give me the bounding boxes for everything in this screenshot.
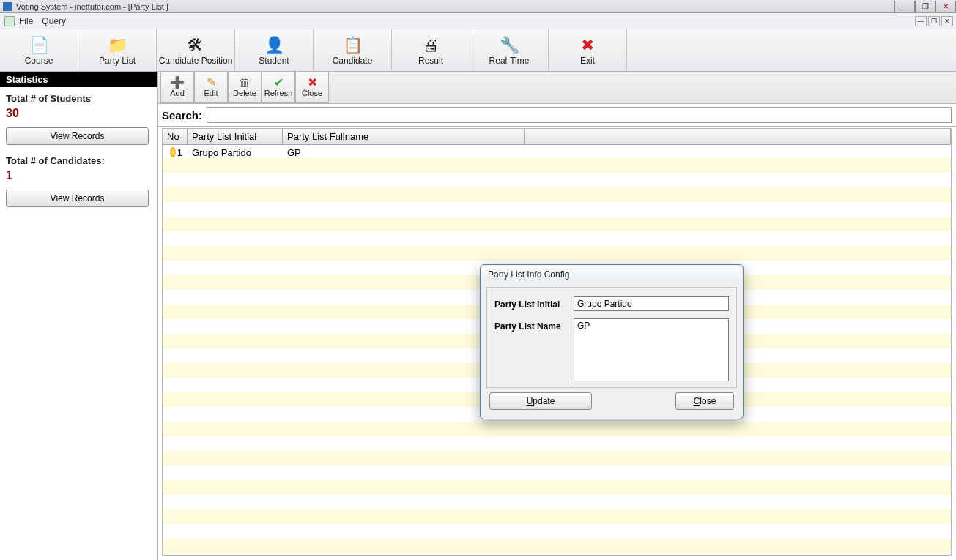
menu-icon xyxy=(4,16,15,26)
initial-label: Party List Initial xyxy=(494,296,568,310)
menubar: File Query — ❐ ✕ xyxy=(0,13,956,29)
sidebar: Statistics Total # of Students 30 View R… xyxy=(0,72,158,560)
add-icon: ➕ xyxy=(170,77,185,89)
candidate-icon: 📋 xyxy=(341,35,364,56)
main-area: ➕ Add ✎ Edit 🗑 Delete ✔ Refresh ✖ Close … xyxy=(158,72,956,560)
toolbar-course-label: Course xyxy=(25,56,53,66)
view-students-button[interactable]: View Records xyxy=(6,127,149,145)
toolbar-course[interactable]: 📄 Course xyxy=(0,29,78,71)
toolbar-candidate-position[interactable]: 🛠 Candidate Position xyxy=(157,29,235,71)
candidate-position-icon: 🛠 xyxy=(184,35,207,56)
real-time-icon: 🔧 xyxy=(497,35,521,56)
sub-toolbar: ➕ Add ✎ Edit 🗑 Delete ✔ Refresh ✖ Close xyxy=(158,72,956,104)
course-icon: 📄 xyxy=(27,35,51,56)
menu-query[interactable]: Query xyxy=(42,16,66,26)
toolbar-exit-label: Exit xyxy=(580,56,595,66)
toolbar-exit[interactable]: ✖ Exit xyxy=(549,29,627,71)
name-label: Party List Name xyxy=(494,318,568,332)
app-icon xyxy=(3,2,12,11)
close-icon: ✖ xyxy=(308,77,317,89)
refresh-button[interactable]: ✔ Refresh xyxy=(262,72,295,103)
table-row[interactable]: 1 Grupo Partido GP xyxy=(163,145,951,160)
col-initial[interactable]: Party List Initial xyxy=(188,129,283,144)
toolbar-candidate[interactable]: 📋 Candidate xyxy=(314,29,392,71)
candidates-value: 1 xyxy=(6,169,151,182)
toolbar-student-label: Student xyxy=(259,56,289,66)
party-list-config-dialog: Party List Info Config Party List Initia… xyxy=(480,264,744,419)
main-toolbar: 📄 Course 📁 Party List 🛠 Candidate Positi… xyxy=(0,29,956,72)
students-value: 30 xyxy=(6,107,151,120)
search-input[interactable] xyxy=(207,107,952,123)
toolbar-real-time-label: Real-Time xyxy=(489,56,530,66)
edit-icon: ✎ xyxy=(207,77,216,89)
minimize-button[interactable]: — xyxy=(894,1,915,12)
titlebar: Voting System - inettutor.com - [Party L… xyxy=(0,0,956,13)
close-window-button[interactable]: ✕ xyxy=(935,1,956,12)
candidates-label: Total # of Candidates: xyxy=(6,155,151,166)
toolbar-real-time[interactable]: 🔧 Real-Time xyxy=(470,29,549,71)
delete-button[interactable]: 🗑 Delete xyxy=(228,72,262,103)
toolbar-candidate-position-label: Candidate Position xyxy=(159,56,233,66)
maximize-button[interactable]: ❐ xyxy=(915,1,935,12)
mdi-restore[interactable]: ❐ xyxy=(928,16,940,26)
students-label: Total # of Students xyxy=(6,93,151,104)
name-textarea[interactable] xyxy=(574,318,729,381)
result-icon: 🖨 xyxy=(419,35,442,56)
menu-file[interactable]: File xyxy=(19,16,33,26)
close-button[interactable]: ✖ Close xyxy=(295,72,329,103)
toolbar-result[interactable]: 🖨 Result xyxy=(392,29,470,71)
mdi-minimize[interactable]: — xyxy=(915,16,927,26)
dialog-close-button[interactable]: Close xyxy=(675,392,734,410)
toolbar-party-list-label: Party List xyxy=(99,56,136,66)
toolbar-student[interactable]: 👤 Student xyxy=(235,29,314,71)
exit-icon: ✖ xyxy=(576,35,599,56)
toolbar-result-label: Result xyxy=(418,56,443,66)
col-fullname[interactable]: Party List Fullname xyxy=(283,129,525,144)
statistics-header: Statistics xyxy=(0,72,157,87)
delete-icon: 🗑 xyxy=(239,77,251,89)
row-indicator-icon xyxy=(170,147,176,157)
toolbar-candidate-label: Candidate xyxy=(333,56,373,66)
toolbar-party-list[interactable]: 📁 Party List xyxy=(78,29,157,71)
search-label: Search: xyxy=(162,109,202,122)
window-title: Voting System - inettutor.com - [Party L… xyxy=(16,2,168,11)
update-button[interactable]: Update xyxy=(489,392,592,410)
view-candidates-button[interactable]: View Records xyxy=(6,190,149,207)
edit-button[interactable]: ✎ Edit xyxy=(194,72,228,103)
mdi-close[interactable]: ✕ xyxy=(941,16,953,26)
initial-input[interactable] xyxy=(574,296,729,311)
col-no[interactable]: No xyxy=(163,129,188,144)
refresh-icon: ✔ xyxy=(274,77,284,89)
dialog-title: Party List Info Config xyxy=(482,266,741,283)
student-icon: 👤 xyxy=(262,35,286,56)
party-list-icon: 📁 xyxy=(105,35,129,56)
add-button[interactable]: ➕ Add xyxy=(160,72,194,103)
